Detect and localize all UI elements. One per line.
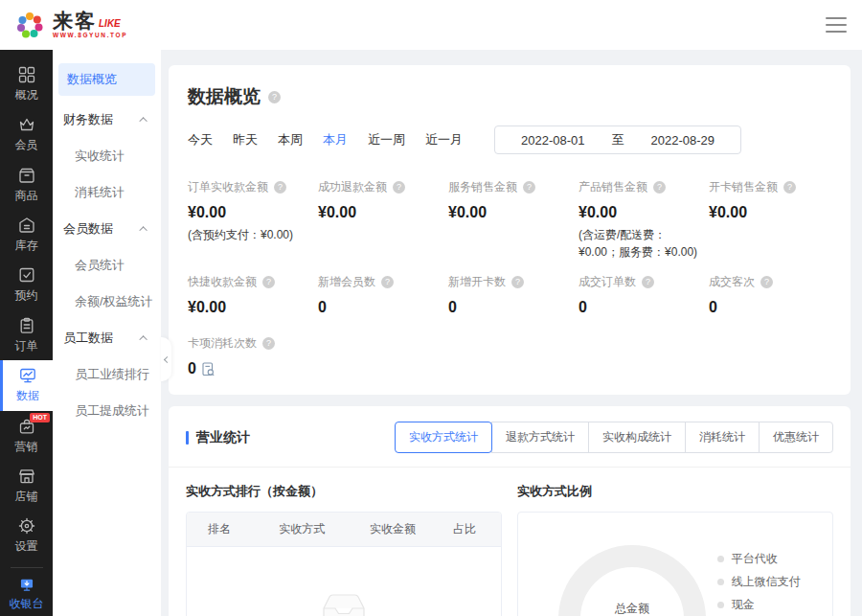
stat-note: (含运费/配送费：¥0.00；服务费：¥0.00): [578, 226, 701, 261]
sidebar-item-marketing[interactable]: HOT 营销: [0, 411, 53, 461]
tab-refund-method[interactable]: 退款方式统计: [491, 422, 589, 453]
data-monitor-icon: [19, 367, 36, 384]
legend-label: 平台代收: [732, 551, 778, 567]
filter-this-month[interactable]: 本月: [323, 131, 348, 148]
filter-this-week[interactable]: 本周: [278, 131, 303, 148]
primary-sidebar: 概况 会员 商品 库存: [0, 50, 53, 616]
sidebar-item-label: 会员: [15, 137, 38, 153]
stat-value: ¥0.00: [188, 299, 310, 316]
logo[interactable]: 来客 LIKE WWW.8GYUN.TOP: [13, 9, 127, 41]
tab-consumption[interactable]: 消耗统计: [685, 422, 760, 453]
sidebar-item-members[interactable]: 会员: [0, 109, 53, 159]
submenu-group-label: 会员数据: [63, 220, 113, 238]
stat-value: 0: [578, 299, 701, 316]
sidebar-item-appointments[interactable]: 预约: [0, 261, 53, 310]
overview-card: 数据概览 今天 昨天 本周 本月 近一周 近一月 2022-08-01 至 20…: [169, 65, 851, 395]
submenu-item-member-stats[interactable]: 会员统计: [53, 247, 161, 284]
help-icon[interactable]: [642, 276, 654, 288]
stat-customer-visits: 成交客次 0: [709, 274, 831, 316]
hot-badge: HOT: [30, 413, 50, 422]
tab-receipt-method[interactable]: 实收方式统计: [395, 422, 492, 453]
stat-value: ¥0.00: [188, 204, 310, 221]
help-icon[interactable]: [268, 91, 281, 103]
filter-last-week[interactable]: 近一周: [368, 131, 405, 148]
stat-label: 服务销售金额: [448, 179, 517, 195]
stat-completed-orders: 成交订单数 0: [578, 274, 701, 316]
date-range-picker[interactable]: 2022-08-01 至 2022-08-29: [494, 125, 741, 154]
logo-text: 来客 LIKE WWW.8GYUN.TOP: [53, 11, 127, 39]
stat-value: ¥0.00: [448, 204, 571, 221]
filter-last-month[interactable]: 近一月: [425, 131, 463, 148]
sidebar-item-orders[interactable]: 订单: [0, 310, 53, 360]
help-icon[interactable]: [262, 337, 275, 350]
stat-quick-payments: 快捷收款金额 ¥0.00: [188, 274, 310, 316]
help-icon[interactable]: [653, 181, 666, 194]
filter-yesterday[interactable]: 昨天: [233, 131, 258, 148]
help-icon[interactable]: [783, 181, 796, 194]
submenu-item-consumption-stats[interactable]: 消耗统计: [53, 174, 161, 211]
receipt-ranking-panel: 实收方式排行（按金额） 排名 实收方式 实收金额 占比: [186, 483, 502, 616]
doc-search-icon[interactable]: [202, 362, 215, 376]
sidebar-item-settings[interactable]: 设置: [0, 512, 53, 561]
tab-discount[interactable]: 优惠统计: [759, 422, 833, 453]
inbox-icon: [319, 591, 369, 616]
submenu-group-members[interactable]: 会员数据: [53, 211, 161, 247]
sidebar-item-inventory[interactable]: 库存: [0, 210, 53, 260]
sidebar-item-cashier[interactable]: 收银台: [0, 561, 53, 612]
stat-label: 开卡销售金额: [709, 179, 778, 195]
stat-order-receipts: 订单实收款金额 ¥0.00 (含预约支付：¥0.00): [188, 179, 310, 261]
stat-product-sales: 产品销售金额 ¥0.00 (含运费/配送费：¥0.00；服务费：¥0.00): [578, 179, 701, 261]
hamburger-menu-icon[interactable]: [826, 17, 847, 33]
sidebar-item-products[interactable]: 商品: [0, 160, 53, 210]
stats-tab-group: 实收方式统计 退款方式统计 实收构成统计 消耗统计 优惠统计: [395, 422, 833, 453]
submenu-group-staff[interactable]: 员工数据: [53, 320, 161, 356]
legend-label: 线上微信支付: [732, 574, 801, 590]
legend-item[interactable]: 平台代收: [717, 551, 813, 567]
tab-receipt-composition[interactable]: 实收构成统计: [588, 422, 686, 453]
legend-item[interactable]: 现金: [717, 597, 813, 613]
legend-item[interactable]: 线上微信支付: [717, 574, 813, 590]
calendar-check-icon: [18, 266, 35, 284]
sidebar-divider: [11, 567, 43, 568]
column-header: 占比: [438, 521, 501, 537]
storefront-icon: [18, 468, 35, 485]
sidebar-item-label: 订单: [15, 338, 38, 354]
sidebar-item-label: 店铺: [15, 489, 38, 505]
filter-today[interactable]: 今天: [188, 131, 213, 148]
stat-label: 卡项消耗次数: [188, 335, 257, 352]
help-icon[interactable]: [760, 276, 773, 288]
submenu-group-finance[interactable]: 财务数据: [53, 102, 161, 138]
sidebar-collapse-handle[interactable]: [161, 337, 171, 381]
sidebar-item-data[interactable]: 数据: [0, 360, 53, 410]
sidebar-item-label: 库存: [15, 238, 38, 254]
chevron-up-icon: [139, 335, 147, 343]
submenu-item-staff-commission[interactable]: 员工提成统计: [53, 393, 161, 429]
stat-value: ¥0.00: [578, 204, 701, 221]
date-start[interactable]: 2022-08-01: [521, 133, 585, 148]
empty-state: 暂无数据: [187, 591, 501, 616]
column-header: 实收方式: [257, 521, 348, 537]
help-icon[interactable]: [274, 181, 286, 194]
help-icon[interactable]: [262, 276, 275, 288]
sidebar-item-shop[interactable]: 店铺: [0, 461, 53, 511]
top-header: 来客 LIKE WWW.8GYUN.TOP: [0, 0, 862, 50]
stat-new-members: 新增会员数 0: [318, 274, 441, 316]
proportion-chart-box: 总金额 ¥0.00 平台代收 线上微信支付 现金 其他 微信（记账） 支付宝（: [517, 512, 833, 616]
help-icon[interactable]: [393, 181, 405, 194]
submenu-item-staff-ranking[interactable]: 员工业绩排行: [53, 356, 161, 393]
panel-title: 实收方式比例: [517, 483, 833, 500]
stat-value: ¥0.00: [709, 204, 831, 221]
sidebar-item-label: 设置: [15, 538, 38, 555]
submenu-item-data-overview[interactable]: 数据概览: [58, 63, 155, 96]
help-icon[interactable]: [511, 276, 524, 288]
submenu-item-balance-stats[interactable]: 余额/权益统计: [53, 284, 161, 320]
submenu-item-receipt-stats[interactable]: 实收统计: [53, 138, 161, 174]
receipt-proportion-panel: 实收方式比例 总金额 ¥0.00 平台代收 线: [517, 483, 833, 616]
help-icon[interactable]: [523, 181, 535, 194]
sidebar-item-overview[interactable]: 概况: [0, 59, 53, 109]
stat-value: 0: [188, 360, 196, 377]
column-header: 实收金额: [348, 521, 439, 537]
date-end[interactable]: 2022-08-29: [651, 133, 715, 148]
stat-label: 成交客次: [709, 274, 755, 290]
help-icon[interactable]: [381, 276, 394, 288]
